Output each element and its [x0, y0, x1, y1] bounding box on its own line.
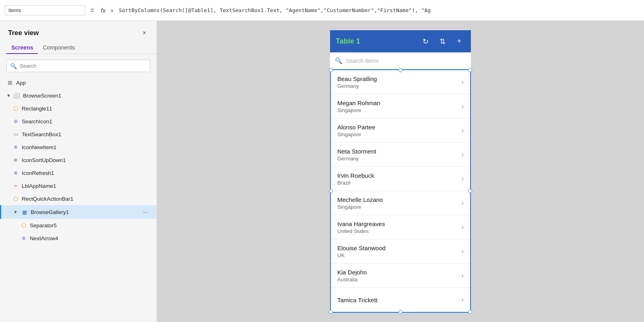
item-info-8: Kia Dejohn Australia	[337, 269, 462, 283]
item-info-3: Neta Storment Germany	[337, 148, 462, 162]
gallery-item-0[interactable]: Beau Spratling Germany ›	[331, 70, 470, 94]
close-tree-button[interactable]: ×	[139, 27, 150, 39]
gallery-icon: ▦	[21, 208, 28, 216]
app-icon: ⊞	[6, 79, 14, 86]
sidebar-item-iconsortupdown1[interactable]: ⊕ IconSortUpDown1	[0, 154, 157, 166]
rectangle-icon: ⬡	[12, 105, 19, 112]
sidebar-item-separator5[interactable]: ⬡ Separator5	[0, 219, 157, 232]
item-country-0: Germany	[337, 83, 462, 89]
item-name-0: Beau Spratling	[337, 75, 462, 82]
app-table-header: Table 1 ↻ ⇅ +	[330, 30, 471, 52]
item-name-5: Mechelle Lozano	[337, 196, 462, 203]
item-arrow-6: ›	[462, 224, 464, 231]
search-component-icon: ⊕	[12, 118, 19, 125]
app-search-placeholder: Search items	[346, 58, 379, 64]
gallery-item-4[interactable]: Irvin Roebuck Brazil ›	[331, 167, 470, 191]
sort-icon-component: ⊕	[12, 156, 19, 164]
rect-action-icon: ⬡	[12, 195, 19, 202]
item-country-5: Singapore	[337, 204, 462, 210]
arrow-icon: ⊕	[20, 235, 27, 242]
separator-icon: ⬡	[20, 222, 27, 229]
item-info-5: Mechelle Lozano Singapore	[337, 196, 462, 210]
table-title: Table 1	[336, 37, 415, 46]
app-search-icon: 🔍	[335, 57, 343, 64]
gallery-container: Beau Spratling Germany › Megan Rohman Si…	[330, 69, 471, 313]
resize-handle-bl[interactable]	[329, 310, 333, 314]
lblappname1-label: LblAppName1	[22, 183, 56, 189]
item-name-8: Kia Dejohn	[337, 269, 462, 276]
item-arrow-8: ›	[462, 272, 464, 279]
sidebar-item-rectangle11[interactable]: ⬡ Rectangle11	[0, 102, 157, 115]
sidebar-item-iconnewitem1[interactable]: ⊕ IconNewItem1	[0, 141, 157, 154]
item-info-2: Alonso Partee Singapore	[337, 124, 462, 137]
item-name-2: Alonso Partee	[337, 124, 462, 131]
sidebar-item-lblappname1[interactable]: ✏ LblAppName1	[0, 179, 157, 192]
screen-icon: ⬜	[13, 92, 21, 99]
add-header-icon[interactable]: +	[453, 35, 465, 48]
item-name-7: Elouise Stanwood	[337, 245, 462, 251]
sidebar-item-app[interactable]: ⊞ App	[0, 76, 157, 89]
gallery-item-6[interactable]: Ivana Hargreaves United States ›	[331, 215, 470, 239]
sidebar-item-textsearchbox1[interactable]: ▭ TextSearchBox1	[0, 128, 157, 141]
resize-handle-tl[interactable]	[329, 68, 333, 72]
refresh-icon-component: ⊕	[12, 169, 19, 177]
item-info-7: Elouise Stanwood UK	[337, 245, 462, 258]
equals-symbol: =	[89, 6, 96, 15]
item-country-8: Australia	[337, 276, 462, 283]
search-input[interactable]	[6, 60, 150, 72]
sidebar-item-iconrefresh1[interactable]: ⊕ IconRefresh1	[0, 166, 157, 179]
tree-search-container: 🔍	[6, 60, 150, 72]
resize-handle-tc[interactable]	[398, 68, 402, 72]
resize-handle-bc[interactable]	[398, 310, 402, 314]
items-selector[interactable]	[5, 5, 85, 15]
item-name-9: Tamica Trickett	[337, 297, 462, 303]
sidebar-item-browsegallery1[interactable]: ▼ ▦ BrowseGallery1 ···	[0, 205, 157, 219]
tab-screens[interactable]: Screens	[6, 42, 38, 54]
textbox-icon: ▭	[12, 131, 19, 138]
item-arrow-9: ›	[462, 296, 464, 303]
item-country-7: UK	[337, 252, 462, 258]
sidebar-item-nextarrow4[interactable]: ⊕ NextArrow4	[0, 232, 157, 245]
resize-handle-ml[interactable]	[329, 189, 333, 193]
gallery-chevron-icon: ▼	[13, 210, 18, 214]
tree-tabs: Screens Components	[0, 42, 157, 54]
gallery-item-8[interactable]: Kia Dejohn Australia ›	[331, 264, 470, 288]
gallery-item-2[interactable]: Alonso Partee Singapore ›	[331, 118, 470, 143]
item-arrow-0: ›	[462, 79, 464, 86]
item-name-1: Megan Rohman	[337, 100, 462, 106]
sidebar-item-searchicon1[interactable]: ⊕ SearchIcon1	[0, 115, 157, 128]
gallery-item-9[interactable]: Tamica Trickett ›	[331, 288, 470, 312]
app-label: App	[16, 80, 26, 86]
resize-handle-tr[interactable]	[468, 68, 472, 72]
app-preview: Table 1 ↻ ⇅ + 🔍 Search items	[330, 30, 471, 313]
canvas-area: Table 1 ↻ ⇅ + 🔍 Search items	[157, 21, 644, 322]
item-arrow-1: ›	[462, 103, 464, 110]
separator5-label: Separator5	[30, 222, 57, 229]
tree-header: Tree view ×	[0, 21, 157, 42]
tab-components[interactable]: Components	[38, 42, 79, 54]
tree-content: ⊞ App ▼ ⬜ BrowseScreen1 ⬡ Rectangle11 ⊕ …	[0, 76, 157, 322]
item-arrow-2: ›	[462, 127, 464, 134]
close-icon: ×	[142, 29, 146, 37]
item-arrow-4: ›	[462, 175, 464, 183]
fx-chevron: ∨	[110, 8, 114, 13]
gallery-item-7[interactable]: Elouise Stanwood UK ›	[331, 239, 470, 264]
item-country-3: Germany	[337, 156, 462, 162]
chevron-down-icon: ▼	[6, 93, 11, 98]
item-info-4: Irvin Roebuck Brazil	[337, 172, 462, 186]
sort-header-icon[interactable]: ⇅	[436, 35, 448, 48]
item-info-9: Tamica Trickett	[337, 297, 462, 303]
sidebar-item-browse-screen[interactable]: ▼ ⬜ BrowseScreen1	[0, 89, 157, 102]
gallery-item-3[interactable]: Neta Storment Germany ›	[331, 143, 470, 167]
search-icon: 🔍	[10, 63, 17, 69]
refresh-header-icon[interactable]: ↻	[419, 35, 431, 48]
resize-handle-br[interactable]	[468, 310, 472, 314]
fx-label: fx	[99, 7, 107, 14]
item-arrow-7: ›	[462, 248, 464, 255]
resize-handle-mr[interactable]	[468, 189, 472, 193]
gallery-item-1[interactable]: Megan Rohman Singapore ›	[331, 94, 470, 118]
gallery-item-5[interactable]: Mechelle Lozano Singapore ›	[331, 191, 470, 215]
sidebar-item-rectquickactionbar1[interactable]: ⬡ RectQuickActionBar1	[0, 192, 157, 205]
main-area: Tree view × Screens Components 🔍 ⊞ App ▼…	[0, 21, 644, 322]
more-options-button[interactable]: ···	[140, 207, 150, 217]
